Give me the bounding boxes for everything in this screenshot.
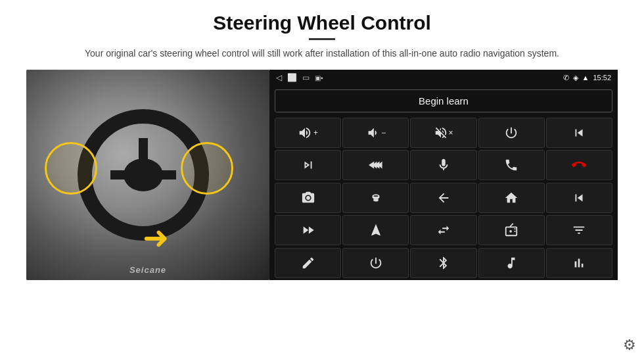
vol-up-button[interactable]: + [275, 118, 341, 148]
page-subtitle: Your original car's steering wheel contr… [85, 47, 559, 60]
location-status-icon: ◈ [573, 74, 578, 82]
power2-button[interactable] [342, 248, 409, 278]
music-button[interactable] [478, 248, 545, 278]
vol-down-button[interactable]: − [342, 118, 409, 148]
pen-button[interactable] [275, 248, 341, 278]
headunit-panel: ◁ ⬜ ▭ ▣▪ ✆ ◈ ▲ 15:52 Begin learn [269, 70, 618, 280]
title-divider [309, 38, 335, 40]
page-title: Steering Wheel Control [213, 12, 431, 34]
yellow-circle-left [45, 142, 97, 195]
power-button[interactable] [478, 118, 545, 148]
camera-button[interactable] [275, 183, 341, 213]
rew-fwd-button[interactable] [342, 150, 409, 180]
phone-status-icon: ✆ [563, 74, 569, 82]
vol-down-label: − [381, 128, 386, 137]
back-nav-button[interactable] [410, 183, 476, 213]
equalizer-button[interactable] [546, 215, 612, 245]
radio-button[interactable] [478, 215, 545, 245]
360-button[interactable] [342, 183, 409, 213]
vol-mute-button[interactable]: × [410, 118, 476, 148]
gear-icon[interactable]: ⚙ [623, 337, 636, 354]
yellow-arrow: ➜ [143, 222, 169, 254]
skip-back-button[interactable] [546, 183, 612, 213]
fast-fwd-button[interactable] [275, 215, 341, 245]
navigation-button[interactable] [342, 215, 409, 245]
page-container: Steering Wheel Control Your original car… [0, 0, 644, 359]
clock: 15:52 [593, 74, 611, 82]
steering-wheel-image: ➜ Seicane [26, 70, 269, 280]
wheel-center [124, 158, 163, 191]
begin-learn-button[interactable]: Begin learn [275, 89, 612, 112]
bluetooth-button[interactable] [410, 248, 476, 278]
vol-mute-label: × [448, 128, 453, 137]
vol-up-label: + [313, 128, 318, 137]
signal-icon: ▣▪ [315, 74, 323, 82]
next-button[interactable] [275, 150, 341, 180]
status-right: ✆ ◈ ▲ 15:52 [563, 74, 611, 82]
mic-button[interactable] [410, 150, 476, 180]
wifi-status-icon: ▲ [582, 74, 589, 82]
begin-learn-row: Begin learn [269, 85, 618, 116]
levels-button[interactable] [546, 248, 612, 278]
phone-answer-button[interactable] [478, 150, 545, 180]
recents-nav-icon[interactable]: ▭ [302, 73, 310, 82]
prev-track-button[interactable] [546, 118, 612, 148]
back-nav-icon[interactable]: ◁ [276, 73, 282, 82]
phone-hang-up-button[interactable] [546, 150, 612, 180]
home-nav-icon[interactable]: ⬜ [287, 73, 297, 82]
seicane-watermark: Seicane [129, 265, 166, 275]
home-nav-button[interactable] [478, 183, 545, 213]
content-row: ➜ Seicane ◁ ⬜ ▭ ▣▪ ✆ ◈ ▲ [26, 70, 618, 280]
yellow-circle-right [181, 142, 233, 195]
swap-button[interactable] [410, 215, 476, 245]
page-wrapper: Steering Wheel Control Your original car… [0, 0, 644, 359]
controls-grid: + − × [269, 116, 618, 280]
status-left: ◁ ⬜ ▭ ▣▪ [276, 73, 323, 82]
status-bar: ◁ ⬜ ▭ ▣▪ ✆ ◈ ▲ 15:52 [269, 70, 618, 85]
